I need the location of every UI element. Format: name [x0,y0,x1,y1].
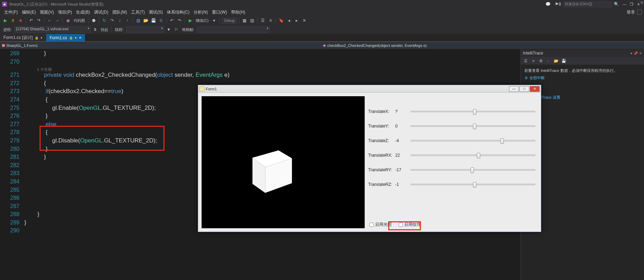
open-icon[interactable]: 📂 [553,58,559,64]
filter-icon[interactable]: ▼ [166,26,172,33]
continue-arrow-icon[interactable]: ▶ [187,17,193,24]
list2-icon[interactable]: ≡ [268,17,274,24]
menu-arch[interactable]: 体系结构(C) [165,9,192,15]
nav-fwd-icon[interactable]: → [54,17,60,24]
slider-thumb[interactable] [500,138,504,144]
menu-tools[interactable]: 工具(T) [129,9,147,15]
slider-thumb[interactable] [473,124,476,129]
menu-test[interactable]: 测试(S) [147,9,165,15]
method-combo[interactable]: checkBox2_CheckedChanged(object sender, … [327,43,427,48]
slider-thumb[interactable] [473,182,476,188]
slider-track[interactable] [410,169,535,171]
slider-track[interactable] [410,140,535,141]
opengl-viewport[interactable] [202,96,365,228]
pin-icon[interactable]: 🔒 [35,36,39,40]
form1-maximize[interactable]: □ [519,86,529,92]
close-panel-icon[interactable]: ✕ [639,51,642,55]
dropdown-icon[interactable]: ▾ [41,36,42,40]
bookmark-next-icon[interactable]: ▸ [294,17,300,24]
step-into-icon[interactable]: ↓ [117,17,123,24]
menu-edit[interactable]: 编辑(E) [20,9,38,15]
menu-view[interactable]: 视图(V) [38,9,56,15]
form1-runtime-window[interactable]: Form1 — □ ✕ TranslateX:?TranslateY:0Tran… [198,85,541,232]
save-icon[interactable]: 💾 [561,58,567,64]
restart-icon[interactable]: ↻ [101,17,108,24]
new-icon[interactable]: ▧ [135,17,141,24]
save-icon[interactable]: 💾 [150,17,156,24]
quick-launch-input[interactable]: 快速启动 (Ctrl+Q) [563,1,612,7]
menu-help[interactable]: 帮助(H) [229,9,247,15]
pin-icon[interactable]: 📌 [634,51,638,55]
tab-form1-code[interactable]: Form1.cs 🔒 ▾ ✕ [46,34,85,41]
enable-texture-checkbox[interactable]: 启用纹理 [399,222,421,228]
open-settings-link[interactable]: 打开 IntelliTrace 设置 [524,95,641,100]
undo-icon[interactable]: ↶ [28,17,34,24]
open-icon[interactable]: 📂 [143,17,149,24]
search-icon[interactable]: 🔍 [614,2,619,7]
slider-track[interactable] [410,155,535,156]
slider-thumb[interactable] [477,153,480,158]
slider-thumb[interactable] [473,109,476,115]
restore-button[interactable]: ❐ [628,2,635,7]
slider-track[interactable] [410,125,535,127]
details-icon[interactable]: ≡ [531,58,536,64]
process-combo[interactable]: [13764] SharpGL_1.vshost.exe [14,26,91,33]
class-combo[interactable]: SharpGL_1.Form1 [6,43,38,48]
split-icon[interactable]: ✥ [639,0,644,5]
enable-light-checkbox[interactable]: 启用光照 [370,222,392,228]
bookmark-clear-icon[interactable]: ✕ [301,17,307,24]
menu-window[interactable]: 窗口(W) [210,9,229,15]
continue-icon[interactable]: ▶ [2,17,8,24]
codemap-button[interactable]: 代码图 [73,18,86,23]
thread-combo[interactable] [126,26,164,33]
slider-thumb[interactable] [471,167,474,173]
slider-track[interactable] [410,111,535,112]
form1-titlebar[interactable]: Form1 — □ ✕ [198,85,541,93]
nav-back-icon[interactable]: ← [46,17,53,24]
next-icon[interactable]: ▸ [546,58,551,64]
save-all-icon[interactable]: ⎘ [158,17,164,24]
suspend-label[interactable]: 挂起 [100,27,109,32]
slider-track[interactable] [410,184,535,185]
list-view-icon[interactable]: ☰ [523,58,528,64]
suspend-icon[interactable]: ⏸ [92,26,98,33]
window2-icon[interactable]: ▤ [249,17,255,24]
pin-icon[interactable]: 🔒 [69,36,73,40]
menu-build[interactable]: 生成(B) [74,9,92,15]
menu-team[interactable]: 团队(M) [110,9,129,15]
menu-analyze[interactable]: 分析(N) [192,9,210,15]
close-tab-icon[interactable]: ✕ [79,36,82,40]
redo-icon[interactable]: ↷ [36,17,42,24]
sign-in-link[interactable]: 登录 [627,9,635,15]
list-icon[interactable]: ☰ [260,17,266,24]
codemap-icon[interactable]: ◉ [65,17,71,24]
feedback-icon[interactable]: 💬 [545,2,551,7]
gear-icon[interactable]: ⚙ [538,58,544,64]
avatar-icon[interactable] [637,10,642,15]
stop-icon[interactable]: ■ [17,17,24,24]
dropdown-icon[interactable]: ▾ [211,17,217,24]
pause-icon[interactable]: ⏸ [10,17,16,24]
dropdown-icon[interactable]: ▾ [75,36,77,40]
menu-debug[interactable]: 调试(D) [92,9,110,15]
form1-close[interactable]: ✕ [530,86,540,92]
menu-file[interactable]: 文件(F) [2,9,20,15]
dropdown-icon[interactable]: ▾ [630,51,632,55]
continue-button[interactable]: 继续(C) [195,18,210,23]
step-over-icon[interactable]: ↷ [109,17,115,24]
bookmark-prev-icon[interactable]: ◂ [286,17,292,24]
undo2-icon[interactable]: ↶ [169,17,175,24]
window-icon[interactable]: ▦ [242,17,248,24]
tab-form1-design[interactable]: Form1.cs [设计] 🔒 ▾ [0,34,46,41]
notifications-flag-icon[interactable]: ⚑8 [555,2,561,7]
step-out-icon[interactable]: ↑ [124,17,130,24]
minimize-button[interactable]: — [621,2,628,6]
break-all-link[interactable]: ⏸全部中断 [524,75,641,81]
redo2-icon[interactable]: ↷ [176,17,183,24]
flag-icon[interactable]: ⚐ [173,26,179,33]
hex-icon[interactable]: ⬢ [91,17,97,24]
form1-minimize[interactable]: — [509,86,519,92]
menu-project[interactable]: 项目(P) [56,9,74,15]
stack-combo[interactable] [197,26,270,33]
config-combo[interactable]: Debug [222,18,237,24]
